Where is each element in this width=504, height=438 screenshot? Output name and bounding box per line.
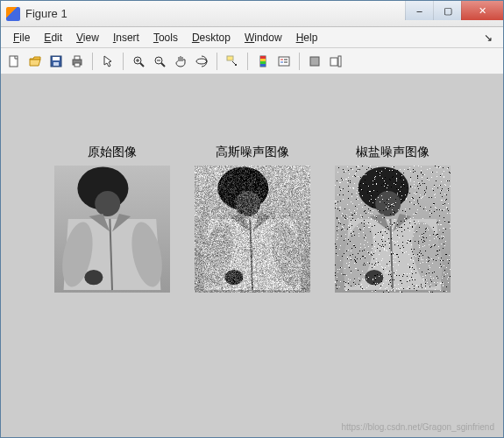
window-title: Figure 1 [25, 7, 405, 20]
maximize-button[interactable]: ▢ [433, 1, 461, 20]
svg-rect-17 [260, 56, 266, 59]
menu-help[interactable]: Help [289, 30, 325, 46]
menu-file[interactable]: File [6, 30, 37, 46]
svg-rect-5 [75, 56, 80, 60]
menu-edit[interactable]: Edit [37, 30, 69, 46]
svg-rect-2 [53, 57, 60, 60]
matlab-icon [6, 7, 20, 21]
svg-line-8 [140, 63, 144, 67]
zoom-in-icon[interactable] [129, 52, 148, 71]
subplot-title: 椒盐噪声图像 [356, 145, 429, 160]
svg-rect-28 [338, 56, 341, 67]
watermark-text: https://blog.csdn.net/Gragon_sginfriend [341, 422, 494, 432]
toolbar-separator [217, 53, 217, 70]
menu-insert[interactable]: Insert [106, 30, 146, 46]
window-controls: – ▢ ✕ [405, 1, 503, 26]
menubar: File Edit View Insert Tools Desktop Wind… [1, 27, 503, 48]
svg-rect-6 [75, 63, 80, 67]
toolbar [1, 48, 503, 74]
hide-plot-tools-icon[interactable] [305, 52, 324, 71]
image-original [54, 166, 170, 293]
svg-rect-27 [330, 58, 337, 66]
subplot-row: 原始图像 高斯噪声图像 椒盐噪声图像 [1, 145, 503, 293]
pointer-icon[interactable] [98, 52, 117, 71]
subplot-original: 原始图像 [54, 145, 170, 293]
show-plot-tools-icon[interactable] [326, 52, 345, 71]
svg-rect-21 [279, 57, 289, 66]
open-icon[interactable] [25, 52, 45, 71]
colorbar-icon[interactable] [253, 52, 273, 71]
toolbar-separator [92, 53, 93, 70]
menu-tools[interactable]: Tools [146, 30, 185, 46]
rotate-3d-icon[interactable] [192, 52, 211, 71]
print-icon[interactable] [67, 52, 87, 71]
toolbar-separator [123, 53, 124, 70]
close-button[interactable]: ✕ [461, 1, 503, 20]
subplot-title: 原始图像 [88, 145, 137, 160]
figure-window: Figure 1 – ▢ ✕ File Edit View Insert Too… [0, 0, 504, 438]
save-icon[interactable] [46, 52, 66, 71]
svg-rect-26 [310, 57, 319, 66]
svg-rect-19 [260, 61, 266, 64]
toolbar-separator [299, 53, 300, 70]
svg-rect-3 [53, 62, 59, 66]
toolbar-separator [247, 53, 248, 70]
figure-canvas[interactable]: 原始图像 高斯噪声图像 椒盐噪声图像 https://blog.csdn.net… [1, 74, 503, 437]
minimize-button[interactable]: – [405, 1, 433, 20]
subplot-gaussian: 高斯噪声图像 [195, 145, 310, 293]
data-cursor-icon[interactable] [223, 52, 242, 71]
svg-line-12 [161, 63, 165, 67]
menu-view[interactable]: View [69, 30, 106, 46]
dock-arrow-icon[interactable]: ↘ [479, 32, 498, 44]
subplot-saltpepper: 椒盐噪声图像 [335, 145, 451, 293]
subplot-title: 高斯噪声图像 [216, 145, 289, 160]
menu-desktop[interactable]: Desktop [185, 30, 238, 46]
svg-rect-18 [260, 59, 266, 61]
pan-icon[interactable] [171, 52, 190, 71]
titlebar[interactable]: Figure 1 – ▢ ✕ [1, 1, 503, 27]
zoom-out-icon[interactable] [150, 52, 169, 71]
legend-icon[interactable] [274, 52, 294, 71]
menu-window[interactable]: Window [238, 30, 289, 46]
new-figure-icon[interactable] [4, 52, 24, 71]
svg-rect-15 [227, 56, 233, 60]
svg-rect-0 [10, 56, 18, 67]
image-gaussian [195, 166, 310, 293]
image-saltpepper [335, 166, 451, 293]
svg-rect-20 [260, 64, 266, 67]
